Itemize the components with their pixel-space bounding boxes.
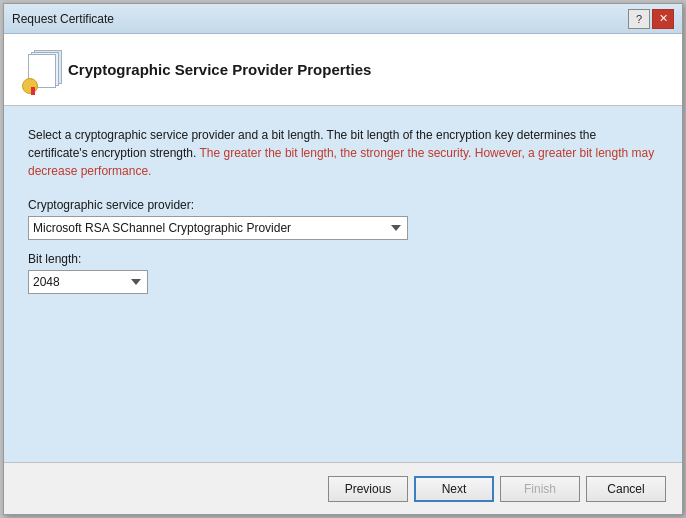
title-bar: Request Certificate ? ✕ [4,4,682,34]
title-bar-buttons: ? ✕ [628,9,674,29]
header-section: Cryptographic Service Provider Propertie… [4,34,682,106]
bit-length-select[interactable]: 512102420484096 [28,270,148,294]
next-button[interactable]: Next [414,476,494,502]
csp-select[interactable]: Microsoft RSA SChannel Cryptographic Pro… [28,216,408,240]
content-area: Select a cryptographic service provider … [4,106,682,462]
medal-icon [22,78,38,94]
finish-button[interactable]: Finish [500,476,580,502]
csp-form-group: Cryptographic service provider: Microsof… [28,198,658,240]
footer: Previous Next Finish Cancel [4,462,682,514]
page-title: Cryptographic Service Provider Propertie… [68,61,371,78]
bit-length-label: Bit length: [28,252,658,266]
window-title: Request Certificate [12,12,114,26]
close-button[interactable]: ✕ [652,9,674,29]
previous-button[interactable]: Previous [328,476,408,502]
cancel-button[interactable]: Cancel [586,476,666,502]
certificate-icon [20,46,68,94]
csp-label: Cryptographic service provider: [28,198,658,212]
bit-length-form-group: Bit length: 512102420484096 [28,252,658,294]
request-certificate-window: Request Certificate ? ✕ Cryptographic Se… [3,3,683,515]
description-text: Select a cryptographic service provider … [28,126,658,180]
help-button[interactable]: ? [628,9,650,29]
